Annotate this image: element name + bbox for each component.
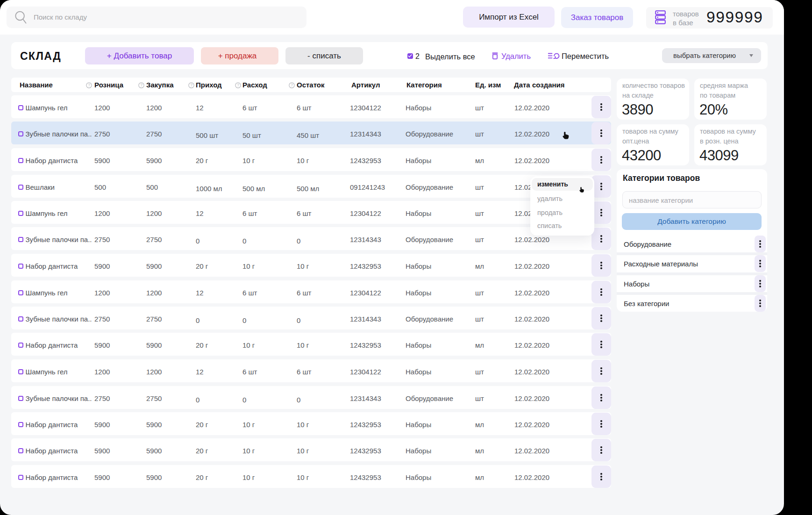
svg-text:?: ? <box>88 83 90 87</box>
svg-text:?: ? <box>291 83 293 87</box>
svg-text:?: ? <box>190 83 192 87</box>
svg-text:?: ? <box>140 83 142 87</box>
svg-text:?: ? <box>237 83 239 87</box>
